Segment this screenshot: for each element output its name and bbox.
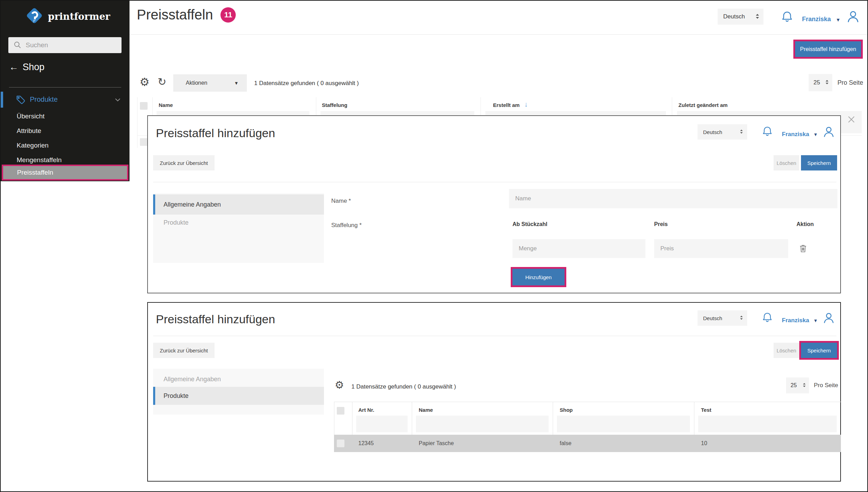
- nav-item-allgemeine-angaben[interactable]: Allgemeine Angaben: [153, 194, 324, 215]
- refresh-icon[interactable]: ↻: [158, 77, 166, 87]
- column-header-ab-stueckzahl: Ab Stückzahl: [512, 221, 547, 227]
- page: printformer ← Shop Produkte: [0, 0, 868, 492]
- row-checkbox[interactable]: [337, 440, 344, 447]
- sidebar-item-uebersicht[interactable]: Übersicht: [17, 112, 44, 120]
- actions-dropdown[interactable]: Aktionen ▼: [173, 74, 247, 92]
- shop-label: Shop: [23, 62, 44, 73]
- cell-shop: false: [560, 440, 571, 447]
- settings-gear-icon[interactable]: ⚙: [335, 380, 344, 390]
- printformer-logo-icon: [25, 6, 44, 26]
- select-arrows-icon: [740, 315, 743, 321]
- modal-nav-panel: Allgemeine Angaben Produkte: [153, 369, 324, 415]
- per-page-label: Pro Seite: [837, 79, 863, 86]
- modal-title: Preisstaffel hinzufügen: [156, 312, 275, 326]
- sidebar-item-mengenstaffeln[interactable]: Mengenstaffeln: [17, 156, 62, 164]
- sidebar-search[interactable]: [8, 37, 122, 53]
- per-page-value: 25: [813, 79, 820, 86]
- active-nav-bar: [153, 387, 155, 405]
- table-top-border: [334, 402, 841, 402]
- per-page-select[interactable]: 25: [786, 377, 809, 393]
- page-title: Preisstaffeln: [137, 7, 213, 23]
- column-header-shop[interactable]: Shop: [560, 407, 573, 413]
- delete-button[interactable]: Löschen: [774, 155, 799, 170]
- nav-item-produkte[interactable]: Produkte: [153, 215, 324, 231]
- save-button[interactable]: Speichern: [801, 155, 837, 170]
- sidebar-shop-back[interactable]: ← Shop: [9, 62, 44, 73]
- arrow-left-icon: ←: [9, 62, 18, 72]
- per-page-value: 25: [791, 382, 797, 389]
- nav-item-allgemeine-angaben[interactable]: Allgemeine Angaben: [153, 372, 324, 387]
- select-arrows-icon: [803, 383, 806, 389]
- column-header-art-nr[interactable]: Art Nr.: [358, 407, 374, 413]
- brand-name: printformer: [48, 11, 110, 22]
- filter-input-test[interactable]: [698, 416, 837, 432]
- header-divider: [130, 34, 868, 35]
- name-input[interactable]: [509, 189, 837, 208]
- tag-icon: [15, 94, 26, 106]
- column-header-aktion: Aktion: [796, 221, 814, 227]
- sidebar-divider: [9, 87, 121, 87]
- row-checkbox[interactable]: [140, 138, 148, 146]
- back-to-overview-button[interactable]: Zurück zur Übersicht: [153, 155, 215, 170]
- language-select[interactable]: Deutsch: [698, 310, 747, 326]
- preisstaffeln-label: Preisstaffeln: [17, 169, 53, 176]
- sort-desc-arrow-icon[interactable]: ↓: [524, 101, 528, 108]
- select-all-checkbox[interactable]: [140, 102, 148, 110]
- language-value: Deutsch: [703, 315, 722, 321]
- sidebar-item-attribute[interactable]: Attribute: [17, 127, 41, 135]
- records-found-text: 1 Datensätze gefunden ( 0 ausgewählt ): [254, 80, 359, 87]
- back-to-overview-button[interactable]: Zurück zur Übersicht: [153, 343, 215, 358]
- modal-preisstaffel-hinzufuegen-produkte: Preisstaffel hinzufügen Deutsch Franzisk…: [147, 302, 841, 482]
- select-arrows-icon: [740, 129, 743, 135]
- filter-input-art-nr[interactable]: [356, 416, 408, 432]
- quantity-input[interactable]: [512, 239, 645, 258]
- table-left-border: [137, 97, 137, 148]
- search-input[interactable]: [26, 41, 117, 49]
- language-select[interactable]: Deutsch: [718, 9, 763, 25]
- column-header-test[interactable]: Test: [701, 407, 711, 413]
- column-header-staffelung[interactable]: Staffelung: [322, 102, 347, 108]
- user-name: Franziska: [782, 317, 809, 324]
- price-input[interactable]: [654, 239, 788, 258]
- sidebar-item-kategorien[interactable]: Kategorien: [17, 142, 49, 149]
- sidebar-item-preisstaffeln[interactable]: Preisstaffeln: [2, 165, 128, 181]
- language-select[interactable]: Deutsch: [698, 124, 747, 140]
- column-header-preis: Preis: [654, 221, 668, 227]
- column-header-name[interactable]: Name: [419, 407, 433, 413]
- column-header-zuletzt-geaendert[interactable]: Zuletzt geändert am: [678, 102, 728, 108]
- sidebar-item-produkte[interactable]: Produkte: [1, 92, 130, 108]
- close-icon[interactable]: [846, 115, 856, 125]
- select-all-checkbox[interactable]: [337, 407, 344, 415]
- modal-title: Preisstaffel hinzufügen: [156, 126, 275, 140]
- user-menu[interactable]: Franziska ▼: [782, 311, 836, 326]
- nav-item-label: Allgemeine Angaben: [164, 201, 221, 208]
- column-header-name[interactable]: Name: [159, 102, 173, 108]
- per-page-select[interactable]: 25: [809, 74, 832, 91]
- delete-row-trash-icon[interactable]: [798, 244, 808, 255]
- chevron-down-icon: [114, 96, 122, 105]
- active-nav-bar: [153, 194, 155, 215]
- table-row[interactable]: 12345 Papier Tasche false 10: [334, 435, 841, 452]
- filter-input-name[interactable]: [416, 416, 549, 432]
- save-button[interactable]: Speichern: [801, 343, 837, 358]
- user-menu[interactable]: Franziska ▼: [782, 125, 836, 140]
- cell-art-nr: 12345: [358, 440, 374, 447]
- name-field-label: Name *: [331, 198, 351, 205]
- notifications-bell-icon[interactable]: [761, 125, 774, 139]
- add-preisstaffel-button[interactable]: Preisstaffel hinzufügen: [795, 41, 861, 57]
- language-value: Deutsch: [703, 129, 722, 135]
- records-found-text: 1 Datensätze gefunden ( 0 ausgewählt ): [351, 383, 456, 390]
- settings-gear-icon[interactable]: ⚙: [140, 76, 150, 87]
- column-header-erstellt-am[interactable]: Erstellt am: [493, 102, 520, 108]
- filter-input-shop[interactable]: [557, 416, 690, 432]
- notifications-bell-icon[interactable]: [761, 311, 774, 325]
- actions-label: Aktionen: [186, 80, 207, 86]
- caret-down-icon: ▼: [836, 17, 841, 22]
- modal-nav-panel: Allgemeine Angaben Produkte: [153, 193, 324, 263]
- brand[interactable]: printformer: [25, 6, 110, 26]
- nav-item-produkte[interactable]: Produkte: [153, 387, 324, 405]
- notifications-bell-icon[interactable]: [780, 10, 794, 25]
- user-menu[interactable]: Franziska ▼: [802, 9, 861, 25]
- add-tier-button[interactable]: Hinzufügen: [512, 269, 565, 285]
- delete-button[interactable]: Löschen: [774, 343, 799, 358]
